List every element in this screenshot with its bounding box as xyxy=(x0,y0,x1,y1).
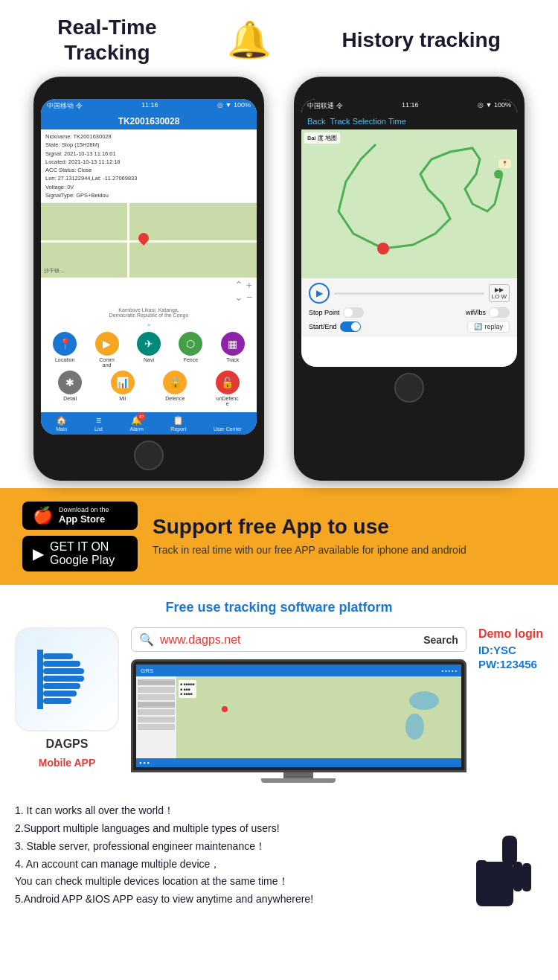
platform-section: Free use tracking software platform DAGP… xyxy=(0,585,558,790)
btn-mil[interactable]: 📊 Mil xyxy=(111,371,135,406)
monitor-area: GRS ▪ ▪ ▪ ▪ ▪ xyxy=(131,659,466,783)
btn-row-1: 📍 Location ▶ Command ✈ Navi ⬡ xyxy=(44,332,254,368)
search-button[interactable]: Search xyxy=(423,634,458,646)
screen2-header: Back Track Selection Time xyxy=(301,113,517,129)
toggle-row-2: Start/End 🔄 replay xyxy=(309,321,510,333)
phone1-screen: 中国移动 令 11:16 ◎ ▼ 100% TK2001630028 Nickn… xyxy=(41,99,257,435)
svg-rect-9 xyxy=(43,698,71,704)
info-line-2: State: Stop (15H28M) xyxy=(45,141,252,149)
demo-info: Demo login ID:YSC PW:123456 xyxy=(478,627,543,670)
demo-login-label: Demo login xyxy=(478,627,543,641)
nav-list[interactable]: ≡ List xyxy=(94,415,103,432)
screen2-track-title: Track Selection Time xyxy=(330,117,405,126)
screen2-statusbar: 中国联通 令 11:16 ◎ ▼ 100% xyxy=(301,99,517,113)
svg-rect-5 xyxy=(43,668,84,674)
screen1-carrier: 中国移动 令 xyxy=(47,101,83,111)
back-btn[interactable]: Back xyxy=(307,117,325,126)
selection-time: Selection Time xyxy=(353,117,406,126)
screen1-header: TK2001630028 xyxy=(41,113,257,129)
top-titles: Real-Time Tracking 🔔 History tracking xyxy=(22,15,536,65)
scroll-controls: ⌃⌄ + − xyxy=(41,278,257,304)
info-line-5: ACC Status: Close xyxy=(45,166,252,174)
phone1-notch xyxy=(119,87,179,95)
app-logo-area: DAGPS Mobile APP xyxy=(15,627,119,769)
nav-user[interactable]: 👤 User Center xyxy=(214,415,242,432)
btn-location[interactable]: 📍 Location xyxy=(53,332,77,368)
play-button[interactable]: ▶ xyxy=(309,283,330,304)
screen1-icons: ◎ ▼ 100% xyxy=(217,101,251,111)
nav-alarm[interactable]: 🔔 47 Alarm xyxy=(130,415,144,432)
bell-icon: 🔔 xyxy=(227,19,272,61)
stop-toggle-switch[interactable] xyxy=(343,307,364,318)
monitor-info-box: ■ ■■■■■■ ■■■■ ■■■■ xyxy=(179,680,196,698)
platform-title: Free use tracking software platform xyxy=(15,600,543,615)
progress-bar[interactable] xyxy=(334,292,484,295)
stop-point-toggle: Stop Point xyxy=(309,307,364,318)
nav-report[interactable]: 📋 Report xyxy=(170,415,186,432)
btn-navi[interactable]: ✈ Navi xyxy=(137,332,161,368)
feature-5: You can check multiple devices location … xyxy=(15,873,461,891)
title-realtime: Real-Time Tracking xyxy=(57,15,156,65)
btn-track[interactable]: ▦ Track xyxy=(221,332,245,368)
track-colored: Track xyxy=(330,117,350,126)
screen1-buttons: 📍 Location ▶ Command ✈ Navi ⬡ xyxy=(41,327,257,412)
search-bar: 🔍 www.dagps.net Search xyxy=(131,627,466,652)
phones-row: 中国移动 令 11:16 ◎ ▼ 100% TK2001630028 Nickn… xyxy=(22,77,536,481)
btn-defence[interactable]: 🔒 Defence xyxy=(163,371,187,406)
btn-detail[interactable]: ✱ Detail xyxy=(58,371,82,406)
features-section: 1. It can works all over the world！ 2.Su… xyxy=(0,790,558,943)
wifi-lbs-toggle: wifi/lbs xyxy=(466,307,510,318)
search-url: www.dagps.net xyxy=(160,633,417,647)
platform-right: 🔍 www.dagps.net Search GRS ▪ ▪ ▪ ▪ ▪ xyxy=(131,627,466,783)
feature-4: 4. An account can manage multiple device… xyxy=(15,856,461,874)
support-headline: Support free App to use xyxy=(153,515,466,539)
screen2-time: 11:16 xyxy=(402,101,419,111)
phone2-notch xyxy=(379,87,439,95)
wifi-toggle-switch[interactable] xyxy=(489,307,510,318)
apple-icon: 🍎 xyxy=(33,506,53,525)
playback-control-row: ▶ ▶▶ LO W xyxy=(309,283,510,304)
title-history: History tracking xyxy=(342,28,501,52)
google-play-button[interactable]: ▶ GET IT ON Google Play xyxy=(22,536,138,571)
monitor-topbar: GRS ▪ ▪ ▪ ▪ ▪ xyxy=(136,664,461,676)
thumbsup-svg xyxy=(469,824,543,914)
info-line-6: Lon: 27.13122944,Lat: -11.27069833 xyxy=(45,174,252,182)
support-description: Track in real time with our free APP ava… xyxy=(153,543,466,558)
screen2-carrier: 中国联通 令 xyxy=(307,101,343,111)
info-line-3: Signal: 2021-10-13 11:16:01 xyxy=(45,150,252,158)
btn-undefence[interactable]: 🔓 unDefence xyxy=(216,371,240,406)
btn-command[interactable]: ▶ Command xyxy=(95,332,119,368)
nav-main[interactable]: 🏠 Main xyxy=(56,415,67,432)
app-store-button[interactable]: 🍎 Download on the App Store xyxy=(22,502,138,530)
svg-rect-4 xyxy=(43,661,80,667)
btn-fence[interactable]: ⬡ Fence xyxy=(179,332,202,368)
feature-3: 3. Stable server, professional engineer … xyxy=(15,838,461,856)
svg-rect-2 xyxy=(37,650,43,709)
btn-row-2: ✱ Detail 📊 Mil 🔒 Defence 🔓 xyxy=(44,371,254,406)
features-text: 1. It can works all over the world！ 2.Su… xyxy=(15,802,461,909)
feature-6: 5.Android APP &IOS APP easy to view anyt… xyxy=(15,891,461,909)
phone1-home-btn[interactable] xyxy=(134,441,164,470)
phone2-mockup: 中国联通 令 11:16 ◎ ▼ 100% Back Track Selecti… xyxy=(294,77,525,481)
store-buttons: 🍎 Download on the App Store ▶ GET IT ON … xyxy=(22,502,138,571)
svg-rect-3 xyxy=(43,653,73,659)
feature-1: 1. It can works all over the world！ xyxy=(15,802,461,820)
demo-pw: PW:123456 xyxy=(478,658,543,670)
app-logo xyxy=(15,627,119,731)
svg-point-1 xyxy=(377,243,389,254)
dagps-label: DAGPS xyxy=(46,737,89,751)
start-end-toggle: Start/End xyxy=(309,321,361,332)
speed-indicator: ▶▶ LO W xyxy=(489,284,510,302)
track-svg xyxy=(301,129,517,271)
svg-rect-11 xyxy=(502,836,517,865)
replay-button[interactable]: 🔄 replay xyxy=(467,321,510,333)
phone2-home-btn[interactable] xyxy=(394,373,424,403)
monitor-body: ■ ■■■■■■ ■■■■ ■■■■ xyxy=(136,676,461,758)
platform-content: DAGPS Mobile APP 🔍 www.dagps.net Search … xyxy=(15,627,543,783)
phone2-screen: 中国联通 令 11:16 ◎ ▼ 100% Back Track Selecti… xyxy=(301,99,517,367)
toggle-row-1: Stop Point wifi/lbs xyxy=(309,307,510,318)
startend-toggle-switch[interactable] xyxy=(340,321,361,332)
svg-rect-6 xyxy=(43,676,84,682)
screen2-map: Bai 度 地图 📍 xyxy=(301,129,517,278)
svg-rect-12 xyxy=(513,862,522,891)
